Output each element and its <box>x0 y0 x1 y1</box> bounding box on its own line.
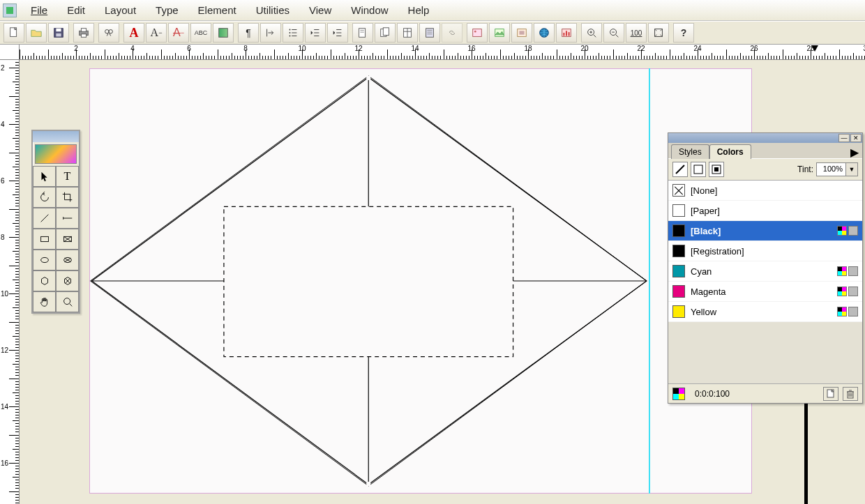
menu-edit[interactable]: Edit <box>57 1 95 19</box>
colors-panel[interactable]: — ✕ Styles Colors ▶ Tint: 100% ▼ [None][… <box>668 132 863 404</box>
tab-styles[interactable]: Styles <box>671 144 709 159</box>
menu-file[interactable]: File <box>21 1 57 19</box>
menu-help[interactable]: Help <box>398 1 439 19</box>
polygon-frame-tool[interactable] <box>56 270 79 291</box>
color-row-none[interactable]: [None] <box>668 181 862 201</box>
svg-rect-47 <box>569 32 570 36</box>
panel-footer: 0:0:0:100 <box>668 383 862 403</box>
palette-thumbnail <box>35 144 77 164</box>
fit-page-button[interactable] <box>648 23 669 43</box>
fill-button[interactable] <box>213 23 234 43</box>
char-small-button[interactable]: A− <box>146 23 167 43</box>
svg-rect-26 <box>359 29 366 38</box>
ellipse-tool[interactable] <box>33 250 56 270</box>
help-button[interactable]: ? <box>673 23 694 43</box>
svg-point-15 <box>289 32 291 33</box>
delete-color-button[interactable] <box>843 387 858 401</box>
zoom-tool[interactable] <box>56 291 79 312</box>
rotate-tool[interactable] <box>33 187 56 208</box>
cmyk-icon <box>837 307 847 316</box>
line-tool[interactable] <box>33 208 56 229</box>
image-frame-button[interactable] <box>467 23 488 43</box>
text-tool[interactable]: T <box>56 166 79 187</box>
save-button[interactable] <box>48 23 69 43</box>
svg-point-39 <box>474 31 476 33</box>
cmyk-icon <box>837 266 847 276</box>
color-row-magenta[interactable]: Magenta <box>668 282 862 302</box>
menu-layout[interactable]: Layout <box>95 1 146 19</box>
zoom-in-button[interactable] <box>581 23 602 43</box>
page-icon-4[interactable] <box>419 23 440 43</box>
menu-utilities[interactable]: Utilities <box>246 1 299 19</box>
char-style-button[interactable]: A <box>123 23 144 43</box>
zoom-100-button[interactable]: 100 <box>626 23 647 43</box>
polygon-tool[interactable] <box>33 270 56 291</box>
svg-point-8 <box>109 30 112 33</box>
menu-view[interactable]: View <box>299 1 341 19</box>
new-color-button[interactable] <box>823 387 838 401</box>
indent-button[interactable] <box>327 23 348 43</box>
page-icon-3[interactable] <box>397 23 418 43</box>
color-swatch <box>672 245 685 257</box>
document-page[interactable] <box>89 68 752 494</box>
rectangle-tool[interactable] <box>33 229 56 250</box>
hand-tool[interactable] <box>33 291 56 312</box>
color-swatch <box>672 305 685 318</box>
fill-mode-button[interactable] <box>691 162 706 177</box>
menu-window[interactable]: Window <box>341 1 398 19</box>
color-name-label: [None] <box>691 185 717 196</box>
page-icon-2[interactable] <box>375 23 396 43</box>
color-row-yellow[interactable]: Yellow <box>668 302 862 322</box>
constrain-line-tool[interactable] <box>56 208 79 229</box>
pilcrow-button[interactable]: ¶ <box>238 23 259 43</box>
svg-rect-65 <box>366 482 370 486</box>
char-strike-button[interactable]: A− <box>168 23 189 43</box>
color-row-paper[interactable]: [Paper] <box>668 201 862 221</box>
color-name-label: Cyan <box>691 266 712 277</box>
zoom-out-button[interactable] <box>603 23 624 43</box>
panel-titlebar[interactable]: — ✕ <box>668 133 862 143</box>
tool-palette[interactable]: T <box>31 130 80 314</box>
outdent-button[interactable] <box>305 23 326 43</box>
bullet-list-button[interactable] <box>283 23 303 43</box>
crop-tool[interactable] <box>56 187 79 208</box>
svg-line-66 <box>40 215 48 222</box>
find-button[interactable] <box>98 23 119 43</box>
open-button[interactable] <box>26 23 47 43</box>
rectangle-frame-tool[interactable] <box>56 229 79 250</box>
chart-image-button[interactable] <box>556 23 577 43</box>
panel-menu-arrow-icon[interactable]: ▶ <box>850 146 859 158</box>
tab-arrow-button[interactable] <box>260 23 281 43</box>
svg-rect-64 <box>366 76 370 80</box>
panel-close-button[interactable]: ✕ <box>850 134 862 142</box>
spellcheck-button[interactable]: ABC <box>190 23 211 43</box>
tint-dropdown[interactable]: 100% ▼ <box>816 162 858 176</box>
menu-element[interactable]: Element <box>188 1 246 19</box>
both-mode-button[interactable] <box>709 162 724 177</box>
globe-button[interactable] <box>534 23 555 43</box>
cmyk-indicator-icon <box>672 388 685 400</box>
pointer-tool[interactable] <box>33 166 56 187</box>
page-icon-1[interactable] <box>352 23 373 43</box>
color-row-cyan[interactable]: Cyan <box>668 261 862 282</box>
image-frame3-button[interactable] <box>511 23 532 43</box>
stroke-mode-button[interactable] <box>672 162 688 177</box>
tint-label: Tint: <box>797 165 813 174</box>
svg-line-82 <box>69 304 72 307</box>
color-row-black[interactable]: [Black] <box>668 221 862 241</box>
print-button[interactable] <box>73 23 94 43</box>
palette-titlebar[interactable] <box>33 131 79 142</box>
vertical-ruler[interactable]: 24681012141618 <box>0 60 20 504</box>
horizontal-ruler[interactable]: 24681012141618202224262830 <box>20 45 865 60</box>
menu-type[interactable]: Type <box>146 1 188 19</box>
link-button[interactable] <box>442 23 462 43</box>
svg-point-16 <box>289 36 291 37</box>
tab-colors[interactable]: Colors <box>709 144 751 159</box>
panel-minimize-button[interactable]: — <box>838 134 850 142</box>
svg-rect-34 <box>426 29 434 38</box>
ruler-origin[interactable] <box>0 45 20 60</box>
new-doc-button[interactable] <box>3 23 24 43</box>
image-frame2-button[interactable] <box>489 23 510 43</box>
color-row-registration[interactable]: [Registration] <box>668 241 862 261</box>
ellipse-frame-tool[interactable] <box>56 250 79 270</box>
